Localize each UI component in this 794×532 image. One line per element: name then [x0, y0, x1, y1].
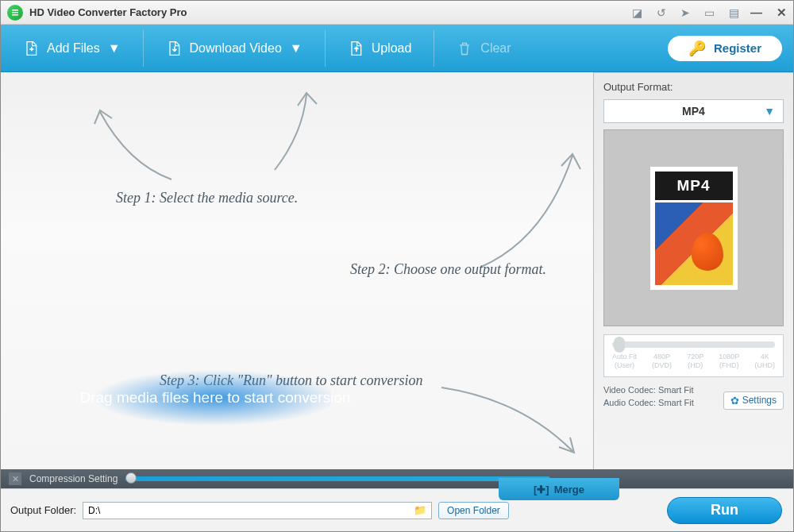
main-toolbar: Add Files ▼ Download Video ▼ Upload Clea… — [1, 25, 793, 72]
step-2-text: Step 2: Choose one output format. — [350, 261, 546, 278]
register-button[interactable]: 🔑 Register — [668, 36, 782, 61]
drop-hint: Drag media files here to start conversio… — [33, 350, 398, 445]
main-area: Step 1: Select the media source. Step 2:… — [1, 72, 793, 469]
output-folder-input[interactable]: D:\ 📁 — [83, 502, 432, 519]
slider-thumb[interactable] — [614, 337, 625, 353]
drop-hint-text: Drag media files here to start conversio… — [79, 389, 350, 407]
title-social-icons: ◪ ↺ ➤ ▭ ▤ — [632, 6, 739, 19]
add-files-button[interactable]: Add Files ▼ — [12, 35, 132, 62]
open-folder-button[interactable]: Open Folder — [438, 502, 509, 519]
settings-label: Settings — [742, 395, 777, 406]
send-icon[interactable]: ➤ — [680, 6, 690, 19]
download-video-button[interactable]: Download Video ▼ — [155, 35, 314, 62]
arrow-1 — [80, 88, 183, 191]
register-label: Register — [714, 41, 761, 55]
merge-icon: [✚] — [534, 484, 549, 495]
key-icon: 🔑 — [688, 40, 706, 57]
output-folder-value: D:\ — [88, 505, 100, 516]
add-files-label: Add Files — [47, 41, 100, 56]
video-codec-text: Video Codec: Smart Fit — [603, 384, 694, 397]
resolution-slider[interactable]: Auto Fit(User) 480P(DVD) 720P(HD) 1080P(… — [603, 334, 784, 377]
thumb-image — [655, 202, 733, 285]
settings-button[interactable]: ✿ Settings — [723, 391, 784, 410]
compression-close-icon[interactable]: ✕ — [9, 472, 21, 485]
format-value: MP4 — [682, 105, 705, 118]
compression-slider[interactable] — [125, 476, 550, 481]
chevron-down-icon: ▼ — [764, 105, 775, 118]
merge-button[interactable]: [✚] Merge — [499, 478, 619, 500]
format-preview[interactable]: MP4 — [603, 129, 784, 326]
output-panel: Output Format: MP4 ▼ MP4 Auto Fit(User) … — [594, 72, 793, 469]
app-icon — [7, 5, 23, 21]
separator — [325, 30, 326, 67]
run-label: Run — [711, 502, 738, 519]
close-icon[interactable]: ✕ — [777, 6, 787, 20]
titlebar: HD Video Converter Factory Pro ◪ ↺ ➤ ▭ ▤… — [1, 1, 793, 25]
format-thumbnail: MP4 — [650, 167, 738, 290]
compression-label: Compression Setting — [29, 473, 118, 484]
chevron-down-icon: ▼ — [290, 41, 303, 56]
slider-labels: Auto Fit(User) 480P(DVD) 720P(HD) 1080P(… — [612, 353, 775, 370]
audio-codec-text: Audio Codec: Smart Fit — [603, 396, 694, 410]
clear-button[interactable]: Clear — [445, 35, 522, 62]
arrow-3 — [469, 136, 588, 271]
feedback-icon[interactable]: ▭ — [704, 6, 715, 19]
upload-button[interactable]: Upload — [337, 35, 423, 62]
folder-browse-icon[interactable]: 📁 — [414, 504, 426, 516]
list-icon[interactable]: ▤ — [729, 6, 739, 19]
bottom-bar: [✚] Merge Output Folder: D:\ 📁 Open Fold… — [1, 488, 793, 531]
slider-track[interactable] — [612, 341, 775, 348]
chevron-down-icon: ▼ — [108, 41, 121, 56]
drop-area[interactable]: Step 1: Select the media source. Step 2:… — [1, 72, 594, 469]
gear-icon: ✿ — [730, 395, 739, 407]
facebook-icon[interactable]: ◪ — [632, 6, 642, 19]
arrow-2 — [263, 79, 358, 174]
separator — [434, 30, 434, 67]
minimize-icon[interactable]: — — [750, 6, 762, 20]
app-title: HD Video Converter Factory Pro — [29, 6, 632, 18]
thumb-label: MP4 — [676, 177, 710, 195]
compression-bar: ✕ Compression Setting — [1, 469, 793, 488]
arrow-4 — [434, 376, 584, 463]
codec-row: Video Codec: Smart Fit Audio Codec: Smar… — [603, 384, 784, 410]
download-label: Download Video — [190, 41, 282, 56]
output-folder-label: Output Folder: — [10, 504, 76, 516]
codec-info: Video Codec: Smart Fit Audio Codec: Smar… — [603, 384, 694, 410]
window-controls: — ✕ — [750, 6, 787, 20]
format-select[interactable]: MP4 ▼ — [603, 99, 784, 123]
separator — [143, 30, 144, 67]
clear-label: Clear — [480, 41, 511, 56]
compression-thumb[interactable] — [125, 472, 137, 484]
undo-icon[interactable]: ↺ — [657, 6, 666, 19]
merge-label: Merge — [554, 484, 584, 495]
run-button[interactable]: Run — [667, 497, 782, 524]
upload-label: Upload — [372, 41, 412, 56]
output-format-title: Output Format: — [603, 81, 784, 93]
step-1-text: Step 1: Select the media source. — [116, 190, 298, 206]
